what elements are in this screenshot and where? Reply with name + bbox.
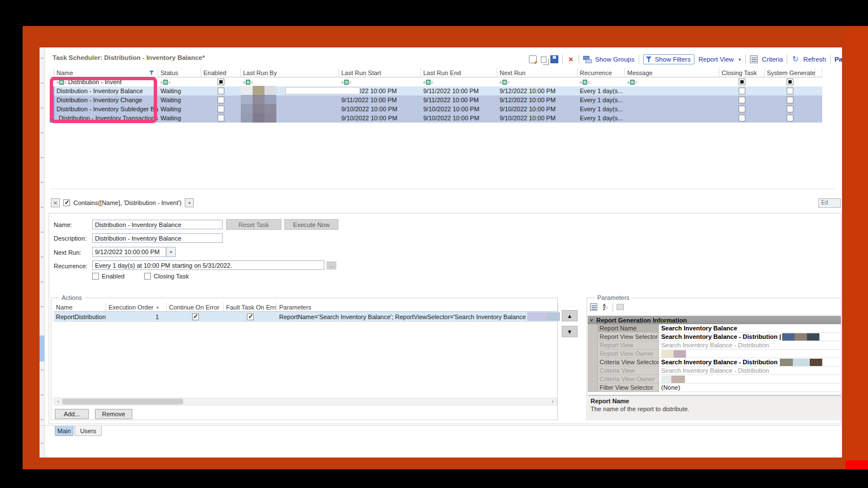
sort-az-icon[interactable]: AZ↓ [601, 302, 610, 312]
column-header-system-generated[interactable]: System Generated [765, 68, 815, 77]
table-row[interactable]: Distribution - Inventory Subledger Bal..… [50, 104, 822, 114]
property-row[interactable]: Report View Search Inventory Balance - D… [588, 341, 841, 350]
report-view-dropdown[interactable]: Report View [698, 56, 734, 63]
enabled-checkbox[interactable] [218, 88, 224, 94]
closing-task-checkbox[interactable] [739, 106, 745, 112]
panel-act-button[interactable]: Panel Act [835, 56, 842, 63]
redacted-value [782, 333, 795, 341]
closing-task-filter-checkbox[interactable] [739, 79, 745, 85]
scroll-left-arrow[interactable]: ‹ [54, 398, 62, 405]
table-row[interactable]: Distribution - Inventory Balance Waiting… [50, 86, 822, 95]
property-row[interactable]: Report View Selector Search Inventory Ba… [588, 333, 841, 341]
system-generated-checkbox[interactable] [787, 88, 793, 94]
column-header-recurrence[interactable]: Recurrence [578, 68, 625, 77]
reset-task-button[interactable]: Reset Task [226, 219, 281, 230]
recurrence-ellipsis-button[interactable]: ... [327, 262, 336, 269]
delete-icon[interactable]: × [567, 55, 575, 63]
closing-task-checkbox[interactable] [739, 97, 745, 103]
toolbar-separator [745, 55, 746, 64]
actions-column-name[interactable]: Name [54, 303, 106, 311]
property-row[interactable]: Criteria View Search Inventory Balance -… [588, 367, 841, 375]
save-icon[interactable] [550, 55, 558, 63]
system-generated-checkbox[interactable] [787, 115, 793, 121]
column-header-last-run-end[interactable]: Last Run End [421, 68, 497, 77]
closing-task-checkbox[interactable] [739, 115, 745, 121]
copy-icon[interactable] [541, 56, 546, 63]
name-field[interactable]: Distribution - Inventory Balance [92, 220, 223, 229]
system-generated-checkbox[interactable] [787, 97, 793, 103]
execute-now-button[interactable]: Execute Now [284, 219, 338, 230]
system-generated-filter-checkbox[interactable] [787, 79, 793, 85]
collapsed-panel-strip[interactable] [40, 47, 45, 457]
tab-main[interactable]: Main [55, 426, 73, 436]
property-category-header[interactable]: ˅ Report Generation Information [588, 316, 841, 324]
scroll-right-arrow[interactable]: › [549, 398, 557, 405]
text-filter-icon: aBc [500, 80, 509, 85]
grid-header-row: Name Status Enabled Last Run By Last Run… [50, 68, 822, 77]
grid-filter-row[interactable]: aBc Distribution - Invent aBc aBc aBc aB… [50, 77, 822, 86]
next-run-field[interactable]: 9/12/2022 10:00:00 PM [92, 247, 166, 257]
move-down-button[interactable]: ▼ [562, 326, 578, 337]
tab-users[interactable]: Users [75, 426, 102, 436]
action-row[interactable]: ReportDistributionTask 1 ReportName='Sea… [54, 312, 558, 322]
closing-task-checkbox[interactable] [144, 273, 151, 280]
property-row[interactable]: Report View Owner [588, 350, 841, 358]
column-header-status[interactable]: Status [158, 68, 201, 77]
show-groups-button[interactable]: Show Groups [595, 56, 635, 63]
filter-dropdown-button[interactable]: ▼ [185, 198, 194, 207]
actions-column-parameters[interactable]: Parameters [277, 303, 558, 311]
column-header-closing-task[interactable]: Closing Task [719, 68, 765, 77]
close-filter-button[interactable]: ✕ [51, 198, 60, 207]
criteria-button[interactable]: Criteria [762, 56, 783, 63]
chevron-down-icon[interactable]: ▼ [737, 58, 741, 62]
refresh-button[interactable]: Refresh [803, 56, 826, 63]
description-field[interactable]: Distribution - Inventory Balance [92, 233, 223, 243]
categorized-view-icon[interactable] [589, 302, 598, 312]
enabled-checkbox-row: Enabled [92, 273, 124, 280]
continue-on-error-checkbox[interactable] [192, 313, 199, 320]
next-run-dropdown-button[interactable]: ▼ [166, 247, 176, 257]
table-row[interactable]: Distribution - Inventory Change Waiting … [50, 95, 822, 104]
show-filters-button[interactable]: Show Filters [643, 54, 695, 64]
move-up-button[interactable]: ▲ [562, 310, 578, 321]
actions-group-title: Actions [59, 294, 84, 301]
fault-task-on-error-checkbox[interactable] [247, 313, 254, 320]
edit-filter-button[interactable]: Ed [818, 198, 841, 208]
actions-horizontal-scrollbar[interactable]: ‹ › [54, 398, 557, 406]
recurrence-field[interactable]: Every 1 day(s) at 10:00 PM starting on 5… [92, 260, 324, 270]
new-task-icon[interactable] [529, 55, 537, 63]
criteria-icon[interactable] [750, 55, 758, 63]
add-button[interactable]: Add... [55, 409, 89, 419]
table-row[interactable]: Distribution - Inventory Transactions Wa… [50, 114, 822, 123]
filter-active-checkbox[interactable] [63, 199, 70, 206]
scrollbar-thumb[interactable] [62, 399, 183, 404]
refresh-icon[interactable]: ↻ [791, 55, 799, 63]
enabled-checkbox[interactable] [218, 97, 224, 103]
focused-cell-editor[interactable] [285, 87, 360, 94]
enabled-checkbox[interactable] [92, 273, 99, 280]
actions-column-fault-task-on-error[interactable]: Fault Task On Error [224, 303, 277, 311]
column-header-last-run-start[interactable]: Last Run Start [339, 68, 421, 77]
panel-splitter[interactable] [50, 189, 835, 189]
active-filter-icon[interactable] [149, 70, 155, 76]
column-header-next-run[interactable]: Next Run [497, 68, 578, 77]
column-header-enabled[interactable]: Enabled [201, 68, 241, 77]
show-groups-icon[interactable] [583, 55, 591, 63]
property-row[interactable]: Criteria View Owner [588, 375, 841, 384]
enabled-checkbox[interactable] [218, 106, 224, 112]
property-row[interactable]: Filter View Selector (None) [588, 384, 841, 392]
property-row[interactable]: Criteria View Selector Search Inventory … [588, 358, 841, 367]
property-row[interactable]: Report Name Search Inventory Balance [588, 324, 841, 333]
enabled-filter-checkbox[interactable] [218, 79, 224, 85]
system-generated-checkbox[interactable] [787, 106, 793, 112]
redacted-value [793, 359, 810, 366]
closing-task-checkbox[interactable] [739, 88, 745, 94]
column-header-name[interactable]: Name [54, 68, 158, 77]
actions-column-continue-on-error[interactable]: Continue On Error [167, 303, 224, 311]
collapse-chevron-icon[interactable]: ˅ [590, 317, 593, 323]
column-header-last-run-by[interactable]: Last Run By [241, 68, 339, 77]
column-header-message[interactable]: Message [625, 68, 719, 77]
actions-column-execution-order[interactable]: Execution Order▲ [106, 303, 167, 311]
remove-button[interactable]: Remove [95, 409, 132, 419]
enabled-checkbox[interactable] [218, 115, 224, 121]
